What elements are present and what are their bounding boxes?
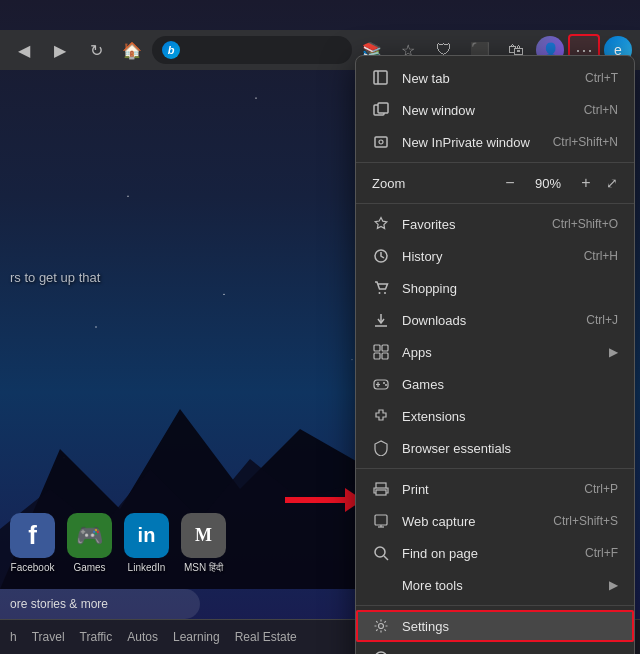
- app-icon-games[interactable]: 🎮 Games: [67, 513, 112, 574]
- help-icon: ?: [372, 649, 390, 654]
- help-label: Help and feedback: [402, 651, 597, 655]
- menu-item-settings[interactable]: Settings: [356, 610, 634, 642]
- inprivate-shortcut: Ctrl+Shift+N: [553, 135, 618, 149]
- menu-item-more-tools[interactable]: More tools ▶: [356, 569, 634, 601]
- menu-item-extensions[interactable]: Extensions: [356, 400, 634, 432]
- svg-point-26: [375, 547, 385, 557]
- zoom-label: Zoom: [372, 176, 490, 191]
- svg-rect-22: [376, 490, 386, 495]
- context-menu: New tab Ctrl+T New window Ctrl+N New InP…: [355, 55, 635, 654]
- games-menu-icon: [372, 375, 390, 393]
- menu-item-downloads[interactable]: Downloads Ctrl+J: [356, 304, 634, 336]
- svg-point-9: [379, 292, 381, 294]
- apps-icon: [372, 343, 390, 361]
- menu-item-new-window[interactable]: New window Ctrl+N: [356, 94, 634, 126]
- shopping-menu-icon: [372, 279, 390, 297]
- background-text: rs to get up that: [10, 270, 100, 285]
- find-shortcut: Ctrl+F: [585, 546, 618, 560]
- new-window-label: New window: [402, 103, 572, 118]
- apps-label: Apps: [402, 345, 597, 360]
- back-button[interactable]: ◀: [8, 34, 40, 66]
- inprivate-label: New InPrivate window: [402, 135, 541, 150]
- downloads-label: Downloads: [402, 313, 574, 328]
- zoom-expand-button[interactable]: ⤢: [606, 175, 618, 191]
- menu-item-apps[interactable]: Apps ▶: [356, 336, 634, 368]
- svg-point-19: [383, 382, 385, 384]
- menu-item-games[interactable]: Games: [356, 368, 634, 400]
- web-capture-shortcut: Ctrl+Shift+S: [553, 514, 618, 528]
- menu-item-favorites[interactable]: Favorites Ctrl+Shift+O: [356, 208, 634, 240]
- svg-point-7: [379, 140, 383, 144]
- divider-3: [356, 468, 634, 469]
- favorites-shortcut: Ctrl+Shift+O: [552, 217, 618, 231]
- games-label: Games: [402, 377, 618, 392]
- new-window-shortcut: Ctrl+N: [584, 103, 618, 117]
- app-icon-games-label: Games: [73, 562, 105, 573]
- forward-button[interactable]: ▶: [44, 34, 76, 66]
- arrow-annotation: [285, 490, 365, 510]
- app-icon-facebook-label: Facebook: [11, 562, 55, 573]
- divider-2: [356, 203, 634, 204]
- svg-rect-15: [382, 353, 388, 359]
- svg-rect-21: [376, 483, 386, 488]
- favorites-menu-icon: [372, 215, 390, 233]
- print-shortcut: Ctrl+P: [584, 482, 618, 496]
- menu-item-new-tab[interactable]: New tab Ctrl+T: [356, 62, 634, 94]
- print-icon: [372, 480, 390, 498]
- more-tools-arrow: ▶: [609, 578, 618, 592]
- menu-item-history[interactable]: History Ctrl+H: [356, 240, 634, 272]
- menu-item-browser-essentials[interactable]: Browser essentials: [356, 432, 634, 464]
- bottom-link-realestate[interactable]: Real Estate: [235, 630, 297, 644]
- home-button[interactable]: 🏠: [116, 34, 148, 66]
- refresh-button[interactable]: ↻: [80, 34, 112, 66]
- bottom-link-h[interactable]: h: [10, 630, 17, 644]
- favorites-label: Favorites: [402, 217, 540, 232]
- address-bar[interactable]: b: [152, 36, 352, 64]
- menu-item-shopping[interactable]: Shopping: [356, 272, 634, 304]
- history-label: History: [402, 249, 572, 264]
- app-icon-facebook[interactable]: f Facebook: [10, 513, 55, 574]
- downloads-shortcut: Ctrl+J: [586, 313, 618, 327]
- svg-rect-14: [374, 353, 380, 359]
- web-capture-icon: [372, 512, 390, 530]
- divider-4: [356, 605, 634, 606]
- browser-essentials-label: Browser essentials: [402, 441, 618, 456]
- bottom-link-autos[interactable]: Autos: [127, 630, 158, 644]
- bottom-link-traffic[interactable]: Traffic: [80, 630, 113, 644]
- zoom-plus-button[interactable]: +: [574, 171, 598, 195]
- menu-item-print[interactable]: Print Ctrl+P: [356, 473, 634, 505]
- stories-bar[interactable]: ore stories & more: [0, 589, 200, 619]
- arrow-body: [285, 497, 345, 503]
- app-icon-linkedin[interactable]: in LinkedIn: [124, 513, 169, 574]
- svg-line-27: [384, 556, 388, 560]
- settings-icon: [372, 617, 390, 635]
- new-tab-label: New tab: [402, 71, 573, 86]
- svg-point-20: [385, 384, 387, 386]
- app-icons-container: f Facebook 🎮 Games in LinkedIn M MSN हिं…: [0, 513, 236, 574]
- svg-rect-12: [374, 345, 380, 351]
- menu-item-web-capture[interactable]: Web capture Ctrl+Shift+S: [356, 505, 634, 537]
- inprivate-icon: [372, 133, 390, 151]
- more-tools-icon: [372, 576, 390, 594]
- svg-rect-13: [382, 345, 388, 351]
- history-shortcut: Ctrl+H: [584, 249, 618, 263]
- svg-rect-23: [375, 515, 387, 525]
- settings-label: Settings: [402, 619, 618, 634]
- menu-item-find[interactable]: Find on page Ctrl+F: [356, 537, 634, 569]
- svg-point-28: [379, 624, 384, 629]
- menu-item-inprivate[interactable]: New InPrivate window Ctrl+Shift+N: [356, 126, 634, 158]
- apps-arrow: ▶: [609, 345, 618, 359]
- app-icon-msn-label: MSN हिंदी: [184, 562, 223, 574]
- app-icon-linkedin-label: LinkedIn: [128, 562, 166, 573]
- app-icon-msn[interactable]: M MSN हिंदी: [181, 513, 226, 574]
- menu-item-help[interactable]: ? Help and feedback ▶: [356, 642, 634, 654]
- zoom-minus-button[interactable]: −: [498, 171, 522, 195]
- new-window-icon: [372, 101, 390, 119]
- bottom-link-learning[interactable]: Learning: [173, 630, 220, 644]
- browser-essentials-menu-icon: [372, 439, 390, 457]
- bottom-link-travel[interactable]: Travel: [32, 630, 65, 644]
- svg-rect-5: [378, 103, 388, 113]
- web-capture-label: Web capture: [402, 514, 541, 529]
- downloads-icon: [372, 311, 390, 329]
- extensions-label: Extensions: [402, 409, 618, 424]
